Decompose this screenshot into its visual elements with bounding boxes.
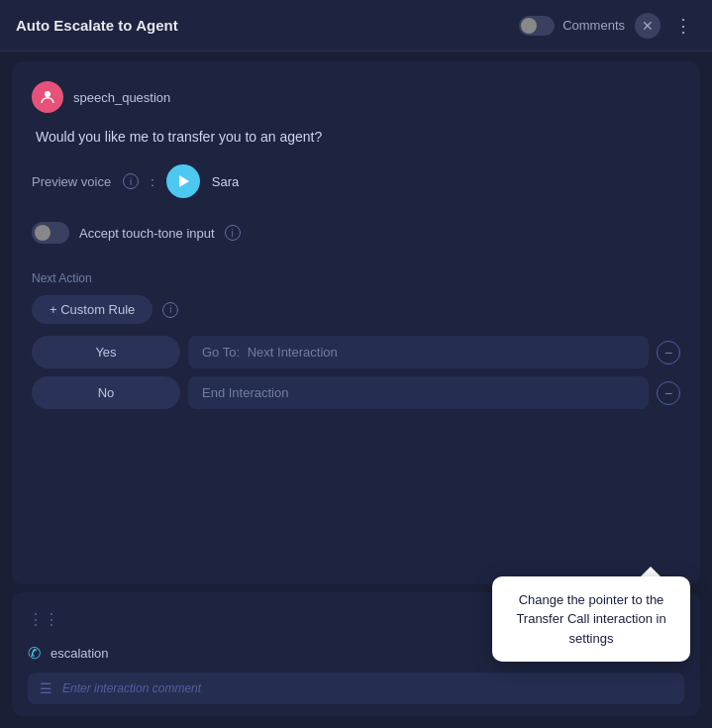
preview-voice-row: Preview voice i : Sara	[32, 164, 680, 198]
preview-info-icon[interactable]: i	[123, 173, 139, 189]
table-row: No End Interaction −	[32, 376, 680, 409]
header-right: Comments ✕ ⋮	[519, 11, 696, 41]
table-row: Yes Go To: Next Interaction −	[32, 336, 680, 368]
escalation-label: escalation	[51, 646, 109, 661]
remove-no-button[interactable]: −	[657, 381, 680, 405]
tooltip-text: Change the pointer to the Transfer Call …	[516, 592, 665, 646]
phone-icon: ✆	[28, 644, 41, 663]
condition-yes: Yes	[32, 336, 180, 368]
comments-toggle-wrap: Comments	[519, 16, 625, 36]
action-yes: Go To: Next Interaction	[188, 336, 649, 368]
play-button[interactable]	[166, 164, 200, 198]
block-icon	[32, 81, 63, 113]
custom-rule-button[interactable]: + Custom Rule	[32, 295, 153, 324]
main-content: speech_question Would you like me to tra…	[12, 61, 700, 584]
question-text: Would you like me to transfer you to an …	[32, 129, 680, 145]
close-icon: ✕	[642, 18, 654, 34]
next-action-label: Next Action	[32, 271, 680, 285]
remove-yes-icon: −	[664, 345, 672, 361]
comments-toggle[interactable]	[519, 16, 555, 36]
voice-name: Sara	[212, 174, 239, 189]
action-no: End Interaction	[188, 376, 649, 409]
svg-point-0	[45, 91, 51, 97]
comments-label: Comments	[562, 18, 625, 33]
condition-no: No	[32, 376, 180, 409]
remove-yes-button[interactable]: −	[657, 341, 680, 364]
comment-row: ☰ Enter interaction comment	[28, 673, 684, 704]
bottom-section: ⋮⋮ ✓ </> ⚙ ⋯ ✆ escalation ☰	[12, 592, 700, 716]
header: Auto Escalate to Agent Comments ✕ ⋮	[0, 0, 712, 52]
touch-tone-info-icon[interactable]: i	[225, 225, 241, 241]
touch-tone-row: Accept touch-tone input i	[32, 222, 680, 244]
more-button[interactable]: ⋮	[670, 11, 696, 41]
custom-rule-info-icon[interactable]: i	[162, 302, 178, 318]
touch-tone-label: Accept touch-tone input	[79, 226, 215, 241]
custom-rule-row: + Custom Rule i	[32, 295, 680, 324]
drag-handle[interactable]: ⋮⋮	[28, 610, 59, 629]
tooltip-box: Change the pointer to the Transfer Call …	[492, 576, 690, 663]
page-title: Auto Escalate to Agent	[16, 17, 178, 34]
tooltip-container: Change the pointer to the Transfer Call …	[492, 567, 690, 663]
more-icon: ⋮	[674, 16, 692, 36]
comment-icon: ☰	[40, 680, 52, 696]
colon-separator: :	[151, 174, 154, 189]
touch-tone-toggle[interactable]	[32, 222, 69, 244]
block-header: speech_question	[32, 81, 680, 113]
remove-no-icon: −	[664, 385, 672, 401]
comment-placeholder[interactable]: Enter interaction comment	[62, 681, 201, 695]
preview-voice-label: Preview voice	[32, 174, 111, 189]
app-container: Auto Escalate to Agent Comments ✕ ⋮ spe	[0, 0, 712, 728]
tooltip-arrow	[641, 567, 661, 576]
block-name: speech_question	[73, 90, 170, 105]
close-button[interactable]: ✕	[635, 13, 661, 39]
